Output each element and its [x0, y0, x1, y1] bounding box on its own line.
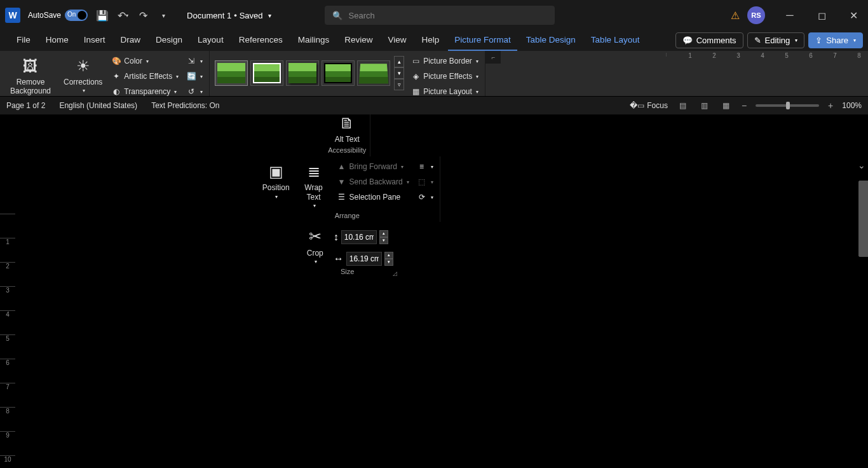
style-thumb[interactable]: [250, 60, 283, 86]
alt-text-button[interactable]: 🗎 Alt Text: [331, 111, 363, 146]
ribbon-tabs: File Home Insert Draw Design Layout Refe…: [0, 31, 868, 51]
zoom-level[interactable]: 100%: [842, 101, 862, 110]
editing-mode-button[interactable]: ✎Editing▾: [747, 32, 805, 48]
selection-pane-icon: ☰: [337, 192, 347, 202]
artistic-effects-button[interactable]: ✦Artistic Effects▾: [109, 69, 181, 84]
tab-design[interactable]: Design: [149, 31, 189, 51]
ruler-corner: ⌐: [485, 51, 501, 64]
height-input-row: ↕ ▴▾: [332, 228, 395, 246]
gallery-scroll[interactable]: ▴▾▿: [394, 56, 404, 90]
change-picture-button[interactable]: 🔄▾: [184, 69, 205, 84]
minimize-button[interactable]: ─: [775, 0, 804, 31]
brightness-icon: ☀: [73, 56, 93, 76]
transparency-icon: ◐: [111, 86, 121, 97]
redo-icon[interactable]: ↷: [137, 10, 149, 21]
quick-access-toolbar: 💾 ↶▾ ↷ ▾: [97, 10, 169, 21]
dialog-launcher-icon[interactable]: ◿: [393, 270, 397, 277]
toggle-switch-icon[interactable]: On: [65, 10, 88, 21]
height-icon: ↕: [334, 231, 339, 243]
align-button[interactable]: ≡▾: [414, 159, 436, 174]
share-icon: ⇪: [815, 36, 822, 45]
selection-pane-button[interactable]: ☰Selection Pane: [334, 189, 412, 205]
comments-button[interactable]: 💬Comments: [675, 32, 743, 48]
color-icon: 🎨: [111, 56, 121, 66]
height-input[interactable]: [341, 230, 377, 244]
width-input[interactable]: [346, 252, 382, 266]
remove-background-button[interactable]: 🖼 Remove Background: [4, 53, 57, 99]
title-bar: W AutoSave On 💾 ↶▾ ↷ ▾ Document 1 • Save…: [0, 0, 868, 31]
group-button[interactable]: ⬚▾: [414, 174, 436, 189]
tab-draw[interactable]: Draw: [114, 31, 147, 51]
close-button[interactable]: ✕: [839, 0, 868, 31]
customize-qat-icon[interactable]: ▾: [158, 10, 169, 21]
web-layout-button[interactable]: ▦: [720, 100, 733, 111]
tab-mailings[interactable]: Mailings: [292, 31, 336, 51]
crop-icon: ✂: [305, 227, 325, 247]
group-arrange: ▣Position▾ ≣Wrap Text▾ ▲Bring Forward▾ ▼…: [255, 156, 440, 221]
page-indicator[interactable]: Page 1 of 2: [6, 101, 45, 110]
compress-pictures-button[interactable]: ⇲▾: [184, 53, 205, 69]
tab-table-layout[interactable]: Table Layout: [585, 31, 646, 51]
status-bar: Page 1 of 2 English (United States) Text…: [0, 96, 868, 114]
zoom-slider[interactable]: [756, 104, 819, 107]
autosave-toggle[interactable]: AutoSave On: [28, 10, 88, 21]
style-thumb[interactable]: [215, 60, 248, 86]
rotate-icon: ⟳: [417, 192, 427, 202]
undo-icon[interactable]: ↶▾: [117, 10, 128, 21]
maximize-button[interactable]: ◻: [807, 0, 836, 31]
horizontal-ruler[interactable]: ⌐ 12 345 678 91011 121314 151617 18: [485, 51, 501, 64]
style-thumb[interactable]: [357, 60, 390, 86]
text-predictions-indicator[interactable]: Text Predictions: On: [151, 101, 219, 110]
tab-file[interactable]: File: [10, 31, 37, 51]
corrections-button[interactable]: ☀ Corrections ▾: [60, 53, 106, 97]
chevron-down-icon: ▾: [795, 38, 797, 43]
zoom-out-button[interactable]: −: [742, 100, 747, 111]
group-size: ✂Crop▾ ↕ ▴▾ ↔ ▴▾ Size ◿: [297, 222, 398, 278]
picture-border-button[interactable]: ▭Picture Border▾: [408, 53, 481, 69]
tab-references[interactable]: References: [233, 31, 289, 51]
tab-layout[interactable]: Layout: [191, 31, 230, 51]
color-button[interactable]: 🎨Color▾: [109, 53, 181, 69]
bring-forward-button[interactable]: ▲Bring Forward▾: [334, 159, 412, 174]
style-thumb[interactable]: [286, 60, 319, 86]
crop-button[interactable]: ✂Crop▾: [301, 224, 330, 268]
picture-styles-gallery[interactable]: ▴▾▿: [214, 53, 405, 93]
chevron-down-icon: ▾: [853, 38, 856, 43]
wrap-text-button[interactable]: ≣Wrap Text▾: [296, 159, 332, 211]
user-avatar[interactable]: RS: [747, 6, 765, 24]
save-icon[interactable]: 💾: [97, 10, 108, 21]
collapse-ribbon-button[interactable]: ⌄: [858, 160, 865, 170]
document-title[interactable]: Document 1 • Saved ▾: [187, 11, 271, 20]
comment-icon: 💬: [682, 36, 693, 45]
height-spinner[interactable]: ▴▾: [379, 230, 388, 244]
tab-insert[interactable]: Insert: [78, 31, 112, 51]
position-button[interactable]: ▣Position▾: [259, 159, 294, 202]
position-icon: ▣: [266, 162, 286, 182]
focus-mode-button[interactable]: �▭Focus: [630, 101, 668, 110]
tab-help[interactable]: Help: [416, 31, 446, 51]
zoom-slider-knob[interactable]: [786, 102, 790, 109]
search-input[interactable]: 🔍 Search: [325, 6, 555, 25]
warning-icon[interactable]: ⚠: [731, 10, 740, 22]
ribbon: 🖼 Remove Background ☀ Corrections ▾ 🎨Col…: [0, 51, 868, 114]
picture-effects-button[interactable]: ◈Picture Effects▾: [408, 69, 481, 84]
compress-icon: ⇲: [186, 56, 196, 66]
scrollbar-thumb[interactable]: [858, 181, 868, 257]
tab-view[interactable]: View: [381, 31, 412, 51]
zoom-in-button[interactable]: +: [828, 100, 833, 111]
effects-icon: ◈: [410, 71, 421, 81]
rotate-button[interactable]: ⟳▾: [414, 189, 436, 205]
share-button[interactable]: ⇪Share▾: [808, 32, 863, 48]
tab-picture-format[interactable]: Picture Format: [448, 31, 517, 51]
tab-table-design[interactable]: Table Design: [520, 31, 582, 51]
send-backward-button[interactable]: ▼Send Backward▾: [334, 174, 412, 189]
width-icon: ↔: [334, 253, 344, 265]
language-indicator[interactable]: English (United States): [59, 101, 137, 110]
width-spinner[interactable]: ▴▾: [384, 252, 393, 266]
print-layout-button[interactable]: ▥: [698, 100, 711, 111]
read-mode-button[interactable]: ▤: [677, 100, 689, 111]
style-thumb[interactable]: [322, 60, 355, 86]
tab-review[interactable]: Review: [338, 31, 379, 51]
tab-home[interactable]: Home: [39, 31, 75, 51]
group-icon: ⬚: [417, 177, 427, 187]
